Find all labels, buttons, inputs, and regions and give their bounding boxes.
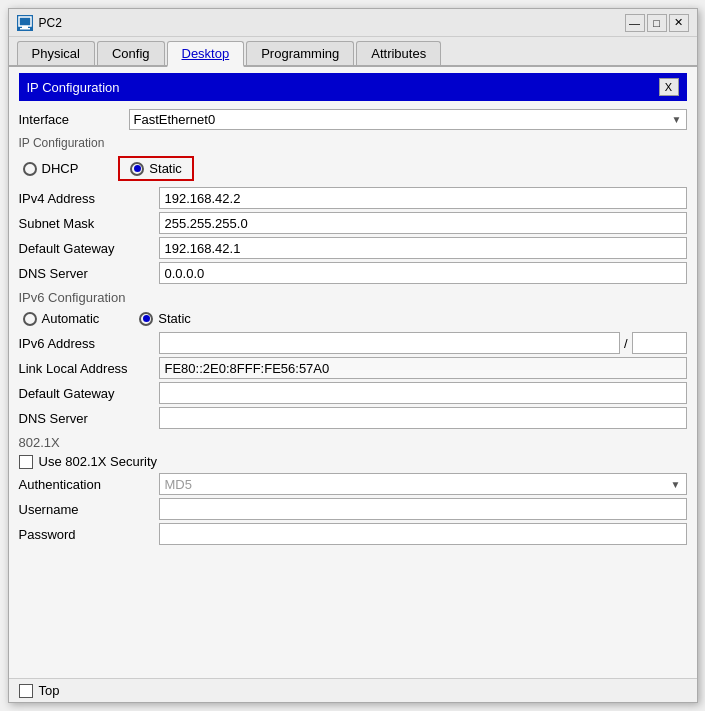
ipv6-static-radio[interactable]: Static	[139, 311, 191, 326]
ip-config-header: IP Configuration X	[19, 73, 687, 101]
tab-config[interactable]: Config	[97, 41, 165, 65]
username-input[interactable]	[159, 498, 687, 520]
ipv6-dns-label: DNS Server	[19, 411, 159, 426]
ipv6-prefix-input[interactable]	[632, 332, 687, 354]
svg-rect-0	[19, 17, 31, 26]
top-label: Top	[39, 683, 60, 698]
tab-programming[interactable]: Programming	[246, 41, 354, 65]
ipv6-address-label: IPv6 Address	[19, 336, 159, 351]
ipv4-address-input[interactable]	[159, 187, 687, 209]
static-radio[interactable]: Static	[118, 156, 194, 181]
interface-dropdown-icon: ▼	[672, 114, 682, 125]
static-radio-circle	[130, 162, 144, 176]
static-label: Static	[149, 161, 182, 176]
ipv6-static-label: Static	[158, 311, 191, 326]
interface-select[interactable]: FastEthernet0 ▼	[129, 109, 687, 130]
auth-row: Authentication MD5 ▼	[19, 473, 687, 495]
ipv6-dns-input[interactable]	[159, 407, 687, 429]
password-row: Password	[19, 523, 687, 545]
ipv6-mode-radio-row: Automatic Static	[19, 311, 687, 326]
interface-value: FastEthernet0	[134, 112, 216, 127]
window-controls: — □ ✕	[625, 14, 689, 32]
subnet-mask-label: Subnet Mask	[19, 216, 159, 231]
dot1x-checkbox-label: Use 802.1X Security	[39, 454, 158, 469]
link-local-row: Link Local Address	[19, 357, 687, 379]
dhcp-radio[interactable]: DHCP	[23, 161, 79, 176]
dhcp-radio-circle	[23, 162, 37, 176]
title-bar: PC2 — □ ✕	[9, 9, 697, 37]
ipv6-gateway-row: Default Gateway	[19, 382, 687, 404]
ipv4-dns-label: DNS Server	[19, 266, 159, 281]
dot1x-checkbox-row: Use 802.1X Security	[19, 454, 687, 469]
link-local-input	[159, 357, 687, 379]
dot1x-section-label: 802.1X	[19, 435, 687, 450]
ipv6-section-label: IPv6 Configuration	[19, 290, 687, 305]
ip-config-section-label: IP Configuration	[19, 136, 687, 150]
ipv6-prefix-slash: /	[624, 336, 628, 351]
ipv4-dns-input[interactable]	[159, 262, 687, 284]
ip-config-close-button[interactable]: X	[659, 78, 679, 96]
ipv4-address-label: IPv4 Address	[19, 191, 159, 206]
window-close-button[interactable]: ✕	[669, 14, 689, 32]
svg-rect-2	[20, 28, 30, 30]
ipv4-gateway-input[interactable]	[159, 237, 687, 259]
ipv6-address-group: /	[159, 332, 687, 354]
window-title: PC2	[39, 16, 619, 30]
top-checkbox[interactable]	[19, 684, 33, 698]
main-window: PC2 — □ ✕ Physical Config Desktop Progra…	[8, 8, 698, 703]
ipv6-automatic-label: Automatic	[42, 311, 100, 326]
ip-mode-radio-row: DHCP Static	[19, 156, 687, 181]
auth-label: Authentication	[19, 477, 159, 492]
ipv6-address-input[interactable]	[159, 332, 620, 354]
password-label: Password	[19, 527, 159, 542]
auth-dropdown-icon: ▼	[671, 479, 681, 490]
ip-config-title: IP Configuration	[27, 80, 120, 95]
username-row: Username	[19, 498, 687, 520]
interface-row: Interface FastEthernet0 ▼	[19, 109, 687, 130]
ipv6-gateway-input[interactable]	[159, 382, 687, 404]
ipv6-automatic-radio-circle	[23, 312, 37, 326]
tab-physical[interactable]: Physical	[17, 41, 95, 65]
auth-value: MD5	[165, 477, 192, 492]
auth-select[interactable]: MD5 ▼	[159, 473, 687, 495]
subnet-mask-row: Subnet Mask	[19, 212, 687, 234]
link-local-label: Link Local Address	[19, 361, 159, 376]
ipv4-gateway-label: Default Gateway	[19, 241, 159, 256]
main-content: IP Configuration X Interface FastEtherne…	[9, 67, 697, 678]
ipv6-static-radio-circle	[139, 312, 153, 326]
bottom-bar: Top	[9, 678, 697, 702]
password-input[interactable]	[159, 523, 687, 545]
ipv4-address-row: IPv4 Address	[19, 187, 687, 209]
subnet-mask-input[interactable]	[159, 212, 687, 234]
tab-bar: Physical Config Desktop Programming Attr…	[9, 37, 697, 67]
maximize-button[interactable]: □	[647, 14, 667, 32]
ipv4-dns-row: DNS Server	[19, 262, 687, 284]
minimize-button[interactable]: —	[625, 14, 645, 32]
ipv6-gateway-label: Default Gateway	[19, 386, 159, 401]
dhcp-label: DHCP	[42, 161, 79, 176]
ipv6-dns-row: DNS Server	[19, 407, 687, 429]
ipv6-address-row: IPv6 Address /	[19, 332, 687, 354]
username-label: Username	[19, 502, 159, 517]
interface-label: Interface	[19, 112, 129, 127]
tab-desktop[interactable]: Desktop	[167, 41, 245, 67]
tab-attributes[interactable]: Attributes	[356, 41, 441, 65]
ipv4-gateway-row: Default Gateway	[19, 237, 687, 259]
svg-rect-1	[22, 26, 28, 28]
ipv6-automatic-radio[interactable]: Automatic	[23, 311, 100, 326]
dot1x-checkbox[interactable]	[19, 455, 33, 469]
app-icon	[17, 15, 33, 31]
